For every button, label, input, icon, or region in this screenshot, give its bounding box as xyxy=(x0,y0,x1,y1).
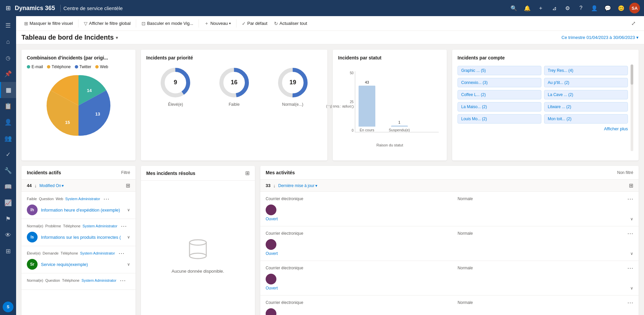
resolus-controls[interactable]: ⊞ xyxy=(245,170,250,176)
incidents-actifs-sub-header: 44 ↓ Modified On ▾ ⊞ xyxy=(21,180,136,192)
incidents-actifs-sort[interactable]: Modified On ▾ xyxy=(39,183,64,188)
type-tag-1: Question xyxy=(39,197,54,201)
activity-body-1 xyxy=(266,205,633,215)
app-grid-button[interactable]: ⊞ xyxy=(4,4,12,12)
activity-status-text-1: Ouvert xyxy=(266,217,278,221)
activity-more-1[interactable]: ⋯ xyxy=(627,195,633,203)
help-icon[interactable]: ? xyxy=(576,3,586,13)
page-title-dropdown-icon[interactable]: ▾ xyxy=(116,35,118,40)
priority-tag-1: Faible xyxy=(27,197,37,201)
incident-item-3[interactable]: Élevé(e) Demande Téléphone System Admini… xyxy=(21,246,136,273)
legend-twitter: Twitter xyxy=(75,64,91,69)
compte-la-cave[interactable]: La Cave ... (2) xyxy=(544,90,628,99)
incident-more-4[interactable]: ⋯ xyxy=(118,277,127,284)
sidebar-item-activities[interactable]: ✓ xyxy=(0,146,16,163)
activity-more-3[interactable]: ⋯ xyxy=(627,264,633,272)
incident-expand-2[interactable]: ∨ xyxy=(127,235,130,239)
search-icon[interactable]: 🔍 xyxy=(508,3,519,13)
activity-more-4[interactable]: ⋯ xyxy=(627,299,633,306)
incident-item-4[interactable]: Normal(e) Question Téléphone System Admi… xyxy=(21,273,136,290)
sidebar-item-home[interactable]: ⌂ xyxy=(0,34,16,50)
incident-more-2[interactable]: ⋯ xyxy=(119,222,128,230)
sidebar-item-more2[interactable]: 👁 xyxy=(0,227,16,243)
compte-louis-mo[interactable]: Louis Mo... (2) xyxy=(458,114,541,124)
compte-coffee[interactable]: Coffee L... (2) xyxy=(458,90,541,99)
charts-row: Combinaison d'incidents (par origi... E-… xyxy=(21,50,639,161)
chat-icon[interactable]: 💬 xyxy=(602,3,613,13)
user-settings-icon[interactable]: 👤 xyxy=(589,3,600,13)
compte-trey[interactable]: Trey Res... (4) xyxy=(544,66,628,75)
sidebar-item-reports[interactable]: 📈 xyxy=(0,195,16,211)
incident-title-1[interactable]: Information heure d'expédition (exemple) xyxy=(41,208,120,213)
chart-account-title: Incidents par compte xyxy=(458,55,633,60)
chart-origin-title: Combinaison d'incidents (par origi... xyxy=(27,55,130,60)
legend-email-label: E-mail xyxy=(32,64,43,69)
activity-header-4: Courrier électronique Normale ⋯ xyxy=(266,299,633,306)
sidebar-item-more3[interactable]: ⊞ xyxy=(0,243,16,259)
notification-icon[interactable]: 🔔 xyxy=(522,3,533,13)
default-button[interactable]: ✓ Par défaut xyxy=(239,19,270,28)
type-tag-3: Demande xyxy=(43,251,59,255)
show-global-filter-button[interactable]: ▽ Afficher le filtre global xyxy=(81,19,133,28)
incident-more-3[interactable]: ⋯ xyxy=(117,250,126,257)
feedback-icon[interactable]: 😊 xyxy=(616,3,627,13)
refresh-button[interactable]: ↻ Actualiser tout xyxy=(271,19,310,28)
sidebar-item-hamburger[interactable]: ☰ xyxy=(0,17,16,34)
svg-point-16 xyxy=(268,207,274,213)
brand-logo: Dynamics 365 xyxy=(15,5,61,12)
compte-au-ptit[interactable]: Au p'tit... (2) xyxy=(544,78,628,87)
incident-item-1[interactable]: Faible Question Web System Administrator… xyxy=(21,192,136,219)
bar-en-cours: 43 En cours xyxy=(359,80,375,132)
mes-activites-controls[interactable]: ⊞ xyxy=(629,182,633,189)
sidebar-item-recent[interactable]: ◷ xyxy=(0,50,16,66)
expand-icon[interactable]: ⤢ xyxy=(628,18,639,29)
activity-item-1: Courrier électronique Normale ⋯ Ouvert ∨ xyxy=(260,192,639,226)
svg-text:15: 15 xyxy=(65,120,70,125)
incident-expand-1[interactable]: ∨ xyxy=(127,208,130,212)
compte-mon-toit[interactable]: Mon toit... (2) xyxy=(544,114,628,124)
sidebar-item-accounts[interactable]: 👤 xyxy=(0,114,16,130)
settings-icon[interactable]: ⚙ xyxy=(562,3,573,13)
date-range[interactable]: Ce trimestre 01/04/2023 à 30/06/2023 ▾ xyxy=(561,35,639,40)
sidebar-user-avatar[interactable]: S xyxy=(3,302,13,312)
activity-chevron-2[interactable]: ∨ xyxy=(630,251,633,256)
switch-mode-button[interactable]: ⊡ Basculer en mode Vig... xyxy=(139,19,196,28)
sidebar-item-knowledge[interactable]: 📖 xyxy=(0,179,16,195)
activity-avatar-3 xyxy=(266,274,276,284)
compte-la-maiso[interactable]: La Maiso... (2) xyxy=(458,102,541,111)
compte-graphic[interactable]: Graphic ... (5) xyxy=(458,66,541,75)
activity-chevron-1[interactable]: ∨ xyxy=(630,217,633,221)
incident-title-3[interactable]: Service requis(exemple) xyxy=(41,262,88,267)
owner-link-3[interactable]: System Administrator xyxy=(80,251,115,255)
incident-title-2[interactable]: Informations sur les produits incorrecte… xyxy=(41,235,121,240)
incident-expand-3[interactable]: ∨ xyxy=(127,262,130,267)
compte-connexio[interactable]: Connexio... (3) xyxy=(458,78,541,87)
sidebar-item-service[interactable]: 🔧 xyxy=(0,163,16,179)
sidebar-item-contacts[interactable]: 👥 xyxy=(0,130,16,146)
compte-litware[interactable]: Litware ... (2) xyxy=(544,102,628,111)
activity-chevron-3[interactable]: ∨ xyxy=(630,286,633,290)
owner-link-4[interactable]: System Administrator xyxy=(82,278,116,282)
afficher-plus-link[interactable]: Afficher plus xyxy=(458,126,628,131)
filter-icon[interactable]: ⊿ xyxy=(549,3,559,13)
add-icon[interactable]: ＋ xyxy=(535,3,546,13)
default-icon: ✓ xyxy=(242,21,246,26)
incidents-actifs-controls[interactable]: ⊞ xyxy=(126,182,130,189)
incident-item-2[interactable]: Normal(e) Problème Téléphone System Admi… xyxy=(21,219,136,246)
incident-more-1[interactable]: ⋯ xyxy=(102,195,111,203)
legend-web: Web xyxy=(95,64,108,69)
refresh-icon: ↻ xyxy=(274,21,278,26)
owner-link-1[interactable]: System Administrator xyxy=(65,197,100,201)
sidebar-item-more1[interactable]: ⚑ xyxy=(0,211,16,227)
hide-visual-filter-button[interactable]: ⊞ Masquer le filtre visuel xyxy=(21,19,75,28)
mes-incidents-resolus-card: Mes incidents résolus ⊞ Aucune donnée di… xyxy=(141,166,255,315)
mes-activites-sort[interactable]: Dernière mise à jour ▾ xyxy=(278,183,317,188)
new-button[interactable]: ＋ Nouveau ▾ xyxy=(202,19,233,28)
user-avatar[interactable]: SA xyxy=(629,3,640,13)
incident-body-1: Ih Information heure d'expédition (exemp… xyxy=(27,205,130,215)
owner-link-2[interactable]: System Administrator xyxy=(83,224,117,228)
sidebar-item-dashboard[interactable]: ▦ xyxy=(0,82,16,98)
activity-more-2[interactable]: ⋯ xyxy=(627,230,633,237)
sidebar-item-cases[interactable]: 📋 xyxy=(0,98,16,114)
sidebar-item-pinned[interactable]: 📌 xyxy=(0,66,16,82)
